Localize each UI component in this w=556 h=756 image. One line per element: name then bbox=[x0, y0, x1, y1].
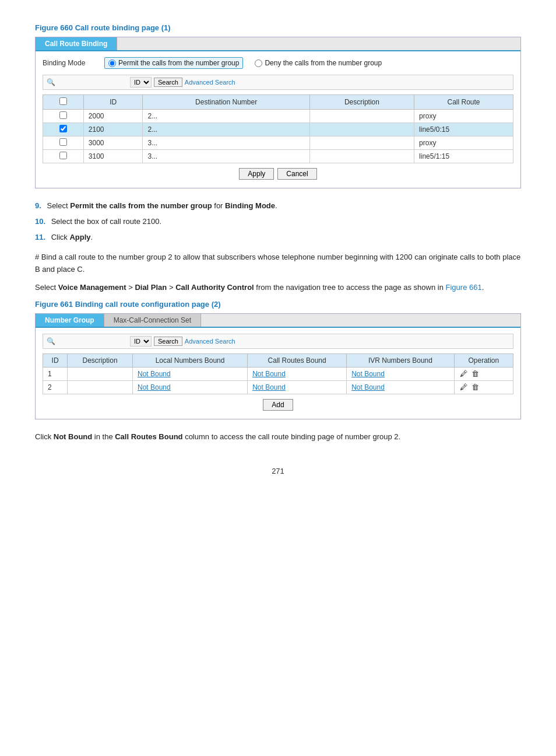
col-661-call: Call Routes Bound bbox=[248, 354, 347, 367]
step-11-after: . bbox=[91, 233, 93, 242]
col-header-desc: Description bbox=[309, 95, 414, 110]
row-661-op-2: 🖉 🗑 bbox=[454, 380, 513, 394]
row-661-local: Not Bound bbox=[132, 367, 247, 380]
radio-permit-option[interactable]: Permit the calls from the number group bbox=[104, 57, 243, 69]
table-row: 2 Not Bound Not Bound Not Bound 🖉 🗑 bbox=[43, 380, 513, 394]
radio-permit-input[interactable] bbox=[108, 60, 116, 67]
search-select-661[interactable]: ID bbox=[130, 336, 152, 346]
action-row-661: Add bbox=[43, 394, 513, 413]
col-header-route: Call Route bbox=[414, 95, 513, 110]
search-input-661[interactable] bbox=[58, 337, 128, 345]
row-check bbox=[43, 123, 84, 136]
page-number: 271 bbox=[35, 467, 521, 475]
row-checkbox-3[interactable] bbox=[59, 152, 67, 159]
body-text-3-after2: column to access the call route binding … bbox=[183, 432, 401, 441]
body-text-3-bold1: Not Bound bbox=[54, 432, 92, 441]
table-row: 1 Not Bound Not Bound Not Bound 🖉 🗑 bbox=[43, 367, 513, 380]
body-text-3-before: Click bbox=[35, 432, 54, 441]
row-661-desc bbox=[68, 367, 133, 380]
row-checkbox-1[interactable] bbox=[59, 125, 67, 132]
not-bound-local-1[interactable]: Not Bound bbox=[138, 370, 171, 378]
search-bar-660: 🔍 ID Search Advanced Search bbox=[43, 75, 513, 90]
tab-call-route-binding[interactable]: Call Route Binding bbox=[36, 37, 117, 50]
row-661-id: 1 bbox=[43, 367, 68, 380]
row-check bbox=[43, 150, 84, 163]
table-661: ID Description Local Numbers Bound Call … bbox=[43, 354, 513, 394]
figure-661-ref[interactable]: Figure 661 bbox=[446, 283, 482, 292]
search-select-660[interactable]: ID bbox=[130, 77, 152, 88]
apply-button-660[interactable]: Apply bbox=[239, 168, 274, 180]
op-icons-1: 🖉 🗑 bbox=[459, 369, 508, 379]
row-id: 2000 bbox=[83, 110, 143, 123]
row-desc bbox=[309, 110, 414, 123]
delete-icon-2[interactable]: 🗑 bbox=[471, 383, 480, 392]
edit-icon-1[interactable]: 🖉 bbox=[459, 369, 469, 379]
search-input-660[interactable] bbox=[58, 78, 128, 86]
step-9-bold2: Binding Mode bbox=[225, 201, 275, 210]
radio-deny-label: Deny the calls from the number group bbox=[265, 59, 382, 67]
row-661-call-2: Not Bound bbox=[248, 380, 347, 394]
row-desc bbox=[309, 136, 414, 150]
row-661-op: 🖉 🗑 bbox=[454, 367, 513, 380]
row-661-call: Not Bound bbox=[248, 367, 347, 380]
col-661-local: Local Numbers Bound bbox=[132, 354, 247, 367]
search-button-660[interactable]: Search bbox=[154, 78, 182, 87]
row-dest: 2... bbox=[143, 123, 309, 136]
step-10-num: 10. bbox=[35, 217, 45, 226]
row-dest: 2... bbox=[143, 110, 309, 123]
not-bound-call-1[interactable]: Not Bound bbox=[252, 370, 286, 378]
table-660: ID Destination Number Description Call R… bbox=[43, 94, 513, 163]
body-text-2-bold3: Call Authority Control bbox=[175, 283, 254, 292]
not-bound-ivr-1[interactable]: Not Bound bbox=[351, 370, 385, 378]
row-desc bbox=[309, 123, 414, 136]
not-bound-call-2[interactable]: Not Bound bbox=[252, 383, 286, 391]
row-route: line5/1:15 bbox=[414, 150, 513, 163]
not-bound-ivr-2[interactable]: Not Bound bbox=[351, 383, 385, 391]
delete-icon-1[interactable]: 🗑 bbox=[471, 369, 480, 379]
advanced-search-link-660[interactable]: Advanced Search bbox=[185, 79, 235, 86]
select-all-checkbox[interactable] bbox=[59, 97, 67, 105]
col-header-dest: Destination Number bbox=[143, 95, 309, 110]
row-dest: 3... bbox=[143, 150, 309, 163]
col-661-ivr: IVR Numbers Bound bbox=[347, 354, 455, 367]
row-661-local-2: Not Bound bbox=[132, 380, 247, 394]
figure-660-title: Figure 660 Call route binding page (1) bbox=[35, 23, 521, 32]
steps-section: 9. Select Permit the calls from the numb… bbox=[35, 200, 521, 243]
step-11-bold: Apply bbox=[69, 233, 90, 242]
row-checkbox-2[interactable] bbox=[59, 138, 67, 146]
radio-deny-option[interactable]: Deny the calls from the number group bbox=[255, 59, 382, 67]
tab-number-group[interactable]: Number Group bbox=[36, 314, 104, 327]
not-bound-local-2[interactable]: Not Bound bbox=[138, 383, 171, 391]
radio-deny-input[interactable] bbox=[255, 60, 262, 67]
figure-661-title: Figure 661 Binding call route configurat… bbox=[35, 300, 521, 309]
search-bar-661: 🔍 ID Search Advanced Search bbox=[43, 334, 513, 349]
body-text-1: # Bind a call route to the number group … bbox=[35, 251, 521, 276]
edit-icon-2[interactable]: 🖉 bbox=[459, 383, 469, 392]
search-icon-661: 🔍 bbox=[47, 337, 55, 345]
add-button-661[interactable]: Add bbox=[263, 399, 293, 411]
action-row-660: Apply Cancel bbox=[43, 163, 513, 182]
col-header-check bbox=[43, 95, 84, 110]
search-icon: 🔍 bbox=[47, 78, 55, 86]
step-9-before: Select bbox=[47, 201, 70, 210]
figure-661-box: Number Group Max-Call-Connection Set 🔍 I… bbox=[35, 313, 521, 419]
body-text-2-bold1: Voice Management bbox=[58, 283, 126, 292]
body-text-2-gt1: > bbox=[126, 283, 135, 292]
tab-max-call[interactable]: Max-Call-Connection Set bbox=[104, 314, 201, 327]
row-dest: 3... bbox=[143, 136, 309, 150]
row-check bbox=[43, 136, 84, 150]
step-9-end: . bbox=[275, 201, 277, 210]
body-text-3: Click Not Bound in the Call Routes Bound… bbox=[35, 431, 521, 443]
search-button-661[interactable]: Search bbox=[154, 337, 182, 346]
step-9-after: for bbox=[212, 201, 225, 210]
advanced-search-link-661[interactable]: Advanced Search bbox=[185, 338, 235, 345]
cancel-button-660[interactable]: Cancel bbox=[277, 168, 316, 180]
row-661-ivr-2: Not Bound bbox=[347, 380, 455, 394]
col-661-id: ID bbox=[43, 354, 68, 367]
step-11-before: Click bbox=[51, 233, 70, 242]
row-checkbox-0[interactable] bbox=[59, 111, 67, 119]
step-11: 11. Click Apply. bbox=[35, 232, 521, 244]
table-row: 2100 2... line5/0:15 bbox=[43, 123, 513, 136]
row-661-id-2: 2 bbox=[43, 380, 68, 394]
step-11-num: 11. bbox=[35, 233, 45, 242]
